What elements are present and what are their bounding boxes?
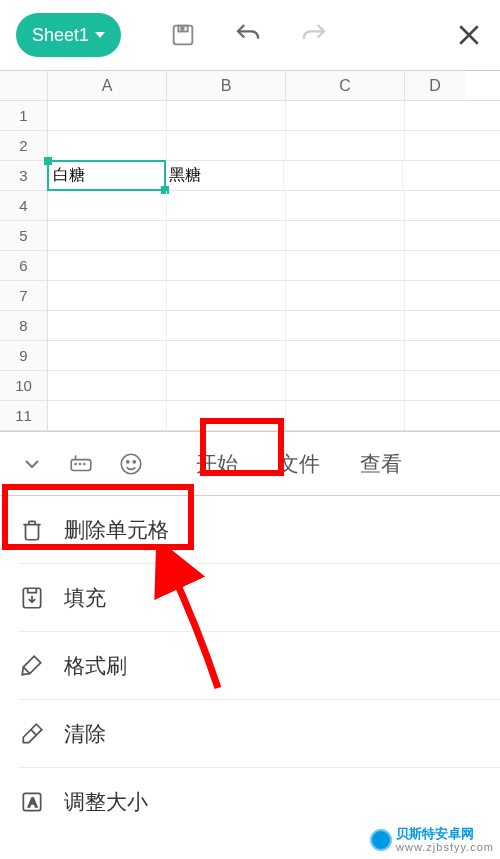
grid-row: 9 bbox=[0, 341, 500, 371]
watermark-name: 贝斯特安卓网 bbox=[396, 827, 494, 841]
cell-a6[interactable] bbox=[48, 251, 167, 280]
watermark-logo-icon bbox=[370, 829, 392, 851]
column-header-b[interactable]: B bbox=[167, 71, 286, 100]
svg-rect-2 bbox=[181, 27, 183, 29]
row-header[interactable]: 7 bbox=[0, 281, 48, 310]
save-icon[interactable] bbox=[169, 21, 197, 49]
selection-handle-top-left[interactable] bbox=[44, 157, 52, 165]
cell-b11[interactable] bbox=[167, 401, 286, 430]
cell-d2[interactable] bbox=[405, 131, 465, 160]
cell-a8[interactable] bbox=[48, 311, 167, 340]
grid-row: 7 bbox=[0, 281, 500, 311]
row-header[interactable]: 2 bbox=[0, 131, 48, 160]
select-all-corner[interactable] bbox=[0, 71, 48, 100]
cell-a4[interactable] bbox=[48, 191, 167, 220]
row-header[interactable]: 10 bbox=[0, 371, 48, 400]
cell-b5[interactable] bbox=[167, 221, 286, 250]
cell-c6[interactable] bbox=[286, 251, 405, 280]
watermark: 贝斯特安卓网 www.zjbstyy.com bbox=[370, 827, 494, 853]
cell-d5[interactable] bbox=[405, 221, 465, 250]
close-icon[interactable] bbox=[454, 20, 484, 50]
grid-row: 2 bbox=[0, 131, 500, 161]
cell-d8[interactable] bbox=[405, 311, 465, 340]
watermark-text: 贝斯特安卓网 www.zjbstyy.com bbox=[396, 827, 494, 853]
menu-clear[interactable]: 清除 bbox=[18, 700, 500, 768]
column-header-a[interactable]: A bbox=[48, 71, 167, 100]
cell-b7[interactable] bbox=[167, 281, 286, 310]
grid-row: 1 bbox=[0, 101, 500, 131]
cell-c2[interactable] bbox=[286, 131, 405, 160]
cell-b3[interactable]: 黑糖 bbox=[165, 161, 284, 190]
cell-b6[interactable] bbox=[167, 251, 286, 280]
row-header[interactable]: 11 bbox=[0, 401, 48, 430]
cell-c8[interactable] bbox=[286, 311, 405, 340]
spreadsheet-grid: A B C D 1 2 3 白糖 黑糖 4 5 bbox=[0, 70, 500, 431]
column-header-c[interactable]: C bbox=[286, 71, 405, 100]
row-header[interactable]: 1 bbox=[0, 101, 48, 130]
menu-fill[interactable]: 填充 bbox=[18, 564, 500, 632]
cell-d4[interactable] bbox=[405, 191, 465, 220]
top-icons bbox=[169, 20, 329, 50]
resize-icon: A bbox=[18, 789, 46, 815]
sheet-tab[interactable]: Sheet1 bbox=[16, 13, 121, 57]
cell-c4[interactable] bbox=[286, 191, 405, 220]
keyboard-icon[interactable] bbox=[68, 451, 94, 477]
undo-icon[interactable] bbox=[233, 20, 263, 50]
cell-d11[interactable] bbox=[405, 401, 465, 430]
menu-item-label: 填充 bbox=[64, 584, 106, 612]
row-header[interactable]: 3 bbox=[0, 161, 48, 190]
cell-c10[interactable] bbox=[286, 371, 405, 400]
cell-c1[interactable] bbox=[286, 101, 405, 130]
panel-tabs: 开始 文件 查看 bbox=[196, 450, 402, 478]
cell-b1[interactable] bbox=[167, 101, 286, 130]
cell-a5[interactable] bbox=[48, 221, 167, 250]
cell-b4[interactable] bbox=[167, 191, 286, 220]
cell-c7[interactable] bbox=[286, 281, 405, 310]
row-header[interactable]: 4 bbox=[0, 191, 48, 220]
cell-b10[interactable] bbox=[167, 371, 286, 400]
cell-a1[interactable] bbox=[48, 101, 167, 130]
grid-row: 6 bbox=[0, 251, 500, 281]
cell-a11[interactable] bbox=[48, 401, 167, 430]
grid-row: 4 bbox=[0, 191, 500, 221]
cell-d3[interactable] bbox=[403, 161, 463, 190]
cell-c11[interactable] bbox=[286, 401, 405, 430]
cell-c3[interactable] bbox=[284, 161, 403, 190]
column-header-d[interactable]: D bbox=[405, 71, 465, 100]
cell-b2[interactable] bbox=[167, 131, 286, 160]
redo-icon[interactable] bbox=[299, 20, 329, 50]
tab-start[interactable]: 开始 bbox=[196, 450, 238, 478]
cell-a7[interactable] bbox=[48, 281, 167, 310]
trash-icon bbox=[18, 517, 46, 543]
menu-item-label: 删除单元格 bbox=[64, 516, 169, 544]
cell-d1[interactable] bbox=[405, 101, 465, 130]
svg-point-5 bbox=[79, 463, 80, 464]
cell-a10[interactable] bbox=[48, 371, 167, 400]
watermark-url: www.zjbstyy.com bbox=[396, 841, 494, 853]
row-header[interactable]: 6 bbox=[0, 251, 48, 280]
cell-d6[interactable] bbox=[405, 251, 465, 280]
cell-d9[interactable] bbox=[405, 341, 465, 370]
svg-point-9 bbox=[133, 460, 135, 462]
cell-d7[interactable] bbox=[405, 281, 465, 310]
emoji-icon[interactable] bbox=[118, 451, 144, 477]
cell-a3[interactable]: 白糖 bbox=[47, 160, 166, 191]
tab-file[interactable]: 文件 bbox=[278, 450, 320, 478]
row-header[interactable]: 8 bbox=[0, 311, 48, 340]
svg-point-7 bbox=[121, 454, 141, 474]
menu-format-painter[interactable]: 格式刷 bbox=[18, 632, 500, 700]
cell-b9[interactable] bbox=[167, 341, 286, 370]
cell-a2[interactable] bbox=[48, 131, 167, 160]
cell-a9[interactable] bbox=[48, 341, 167, 370]
menu-item-label: 清除 bbox=[64, 720, 106, 748]
cell-b8[interactable] bbox=[167, 311, 286, 340]
row-header[interactable]: 5 bbox=[0, 221, 48, 250]
cell-d10[interactable] bbox=[405, 371, 465, 400]
collapse-icon[interactable] bbox=[20, 452, 44, 476]
row-header[interactable]: 9 bbox=[0, 341, 48, 370]
bottom-panel: 开始 文件 查看 删除单元格 填充 格式刷 清除 bbox=[0, 431, 500, 836]
cell-c5[interactable] bbox=[286, 221, 405, 250]
menu-delete-cell[interactable]: 删除单元格 bbox=[18, 496, 500, 564]
tab-view[interactable]: 查看 bbox=[360, 450, 402, 478]
cell-c9[interactable] bbox=[286, 341, 405, 370]
